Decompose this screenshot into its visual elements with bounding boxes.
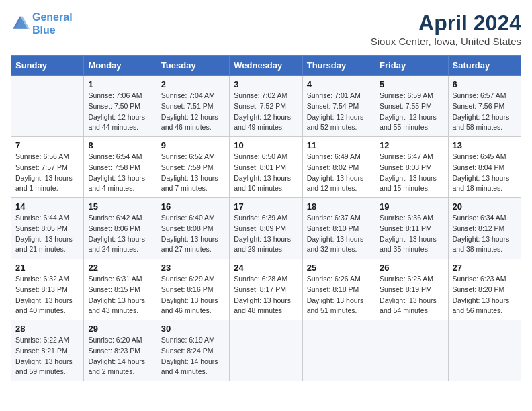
day-info: Sunrise: 7:02 AMSunset: 7:52 PMDaylight:…: [234, 91, 298, 133]
day-number: 3: [234, 79, 298, 89]
day-info: Sunrise: 6:19 AMSunset: 8:24 PMDaylight:…: [161, 335, 225, 377]
day-number: 6: [453, 79, 517, 89]
day-info: Sunrise: 6:34 AMSunset: 8:12 PMDaylight:…: [453, 213, 517, 255]
day-cell: 24Sunrise: 6:28 AMSunset: 8:17 PMDayligh…: [230, 259, 302, 320]
day-cell: 30Sunrise: 6:19 AMSunset: 8:24 PMDayligh…: [157, 320, 229, 381]
day-cell: 25Sunrise: 6:26 AMSunset: 8:18 PMDayligh…: [302, 259, 375, 320]
day-number: 9: [161, 140, 225, 150]
week-row-5: 28Sunrise: 6:22 AMSunset: 8:21 PMDayligh…: [11, 320, 521, 381]
col-sunday: Sunday: [11, 56, 84, 76]
day-info: Sunrise: 6:31 AMSunset: 8:15 PMDaylight:…: [88, 274, 152, 316]
day-cell: 14Sunrise: 6:44 AMSunset: 8:05 PMDayligh…: [11, 198, 84, 259]
day-number: 7: [15, 140, 79, 150]
day-cell: 28Sunrise: 6:22 AMSunset: 8:21 PMDayligh…: [11, 320, 84, 381]
day-number: 28: [15, 324, 79, 334]
day-cell: 10Sunrise: 6:50 AMSunset: 8:01 PMDayligh…: [230, 137, 302, 198]
day-cell: 7Sunrise: 6:56 AMSunset: 7:57 PMDaylight…: [11, 137, 84, 198]
day-number: 19: [380, 201, 443, 212]
week-row-3: 14Sunrise: 6:44 AMSunset: 8:05 PMDayligh…: [11, 198, 521, 259]
day-info: Sunrise: 7:01 AMSunset: 7:54 PMDaylight:…: [307, 91, 371, 133]
page-header: General Blue April 2024 Sioux Center, Io…: [11, 11, 521, 47]
col-saturday: Saturday: [448, 56, 521, 76]
day-number: 11: [307, 140, 371, 150]
day-info: Sunrise: 6:29 AMSunset: 8:16 PMDaylight:…: [161, 274, 225, 316]
day-cell: 8Sunrise: 6:54 AMSunset: 7:58 PMDaylight…: [84, 137, 157, 198]
day-cell: [11, 76, 84, 137]
day-info: Sunrise: 6:36 AMSunset: 8:11 PMDaylight:…: [380, 213, 443, 255]
day-info: Sunrise: 6:52 AMSunset: 7:59 PMDaylight:…: [161, 152, 225, 194]
week-row-1: 1Sunrise: 7:06 AMSunset: 7:50 PMDaylight…: [11, 76, 521, 137]
day-cell: 18Sunrise: 6:37 AMSunset: 8:10 PMDayligh…: [302, 198, 375, 259]
day-number: 16: [161, 201, 225, 212]
day-number: 23: [161, 263, 225, 273]
calendar-header-row: Sunday Monday Tuesday Wednesday Thursday…: [11, 56, 521, 76]
day-cell: 9Sunrise: 6:52 AMSunset: 7:59 PMDaylight…: [157, 137, 229, 198]
day-cell: 5Sunrise: 6:59 AMSunset: 7:55 PMDaylight…: [375, 76, 448, 137]
day-info: Sunrise: 6:20 AMSunset: 8:23 PMDaylight:…: [88, 335, 152, 377]
day-number: 4: [307, 79, 371, 89]
col-monday: Monday: [84, 56, 157, 76]
day-number: 15: [88, 201, 152, 212]
day-number: 14: [15, 201, 79, 212]
day-info: Sunrise: 6:22 AMSunset: 8:21 PMDaylight:…: [15, 335, 79, 377]
day-info: Sunrise: 6:44 AMSunset: 8:05 PMDaylight:…: [15, 213, 79, 255]
logo-line2: Blue: [32, 24, 56, 36]
logo: General Blue: [11, 11, 73, 36]
calendar-title: April 2024: [371, 11, 521, 36]
day-cell: 11Sunrise: 6:49 AMSunset: 8:02 PMDayligh…: [302, 137, 375, 198]
day-info: Sunrise: 6:40 AMSunset: 8:08 PMDaylight:…: [161, 213, 225, 255]
day-number: 12: [380, 140, 443, 150]
day-info: Sunrise: 6:54 AMSunset: 7:58 PMDaylight:…: [88, 152, 152, 194]
day-number: 17: [234, 201, 298, 212]
day-info: Sunrise: 6:25 AMSunset: 8:19 PMDaylight:…: [380, 274, 443, 316]
day-info: Sunrise: 6:45 AMSunset: 8:04 PMDaylight:…: [453, 152, 517, 194]
logo-text: General Blue: [32, 11, 73, 36]
day-cell: 29Sunrise: 6:20 AMSunset: 8:23 PMDayligh…: [84, 320, 157, 381]
day-number: 2: [161, 79, 225, 89]
day-cell: 2Sunrise: 7:04 AMSunset: 7:51 PMDaylight…: [157, 76, 229, 137]
day-cell: 19Sunrise: 6:36 AMSunset: 8:11 PMDayligh…: [375, 198, 448, 259]
day-info: Sunrise: 6:56 AMSunset: 7:57 PMDaylight:…: [15, 152, 79, 194]
day-cell: 26Sunrise: 6:25 AMSunset: 8:19 PMDayligh…: [375, 259, 448, 320]
day-number: 8: [88, 140, 152, 150]
day-cell: 17Sunrise: 6:39 AMSunset: 8:09 PMDayligh…: [230, 198, 302, 259]
day-number: 26: [380, 263, 443, 273]
calendar-subtitle: Sioux Center, Iowa, United States: [371, 36, 521, 47]
day-cell: 13Sunrise: 6:45 AMSunset: 8:04 PMDayligh…: [448, 137, 521, 198]
day-info: Sunrise: 6:57 AMSunset: 7:56 PMDaylight:…: [453, 91, 517, 133]
week-row-2: 7Sunrise: 6:56 AMSunset: 7:57 PMDaylight…: [11, 137, 521, 198]
day-info: Sunrise: 7:06 AMSunset: 7:50 PMDaylight:…: [88, 91, 152, 133]
day-cell: 4Sunrise: 7:01 AMSunset: 7:54 PMDaylight…: [302, 76, 375, 137]
day-cell: [448, 320, 521, 381]
col-wednesday: Wednesday: [230, 56, 302, 76]
day-info: Sunrise: 6:42 AMSunset: 8:06 PMDaylight:…: [88, 213, 152, 255]
day-cell: 16Sunrise: 6:40 AMSunset: 8:08 PMDayligh…: [157, 198, 229, 259]
day-info: Sunrise: 6:49 AMSunset: 8:02 PMDaylight:…: [307, 152, 371, 194]
day-info: Sunrise: 6:37 AMSunset: 8:10 PMDaylight:…: [307, 213, 371, 255]
day-cell: 20Sunrise: 6:34 AMSunset: 8:12 PMDayligh…: [448, 198, 521, 259]
day-number: 29: [88, 324, 152, 334]
day-info: Sunrise: 6:32 AMSunset: 8:13 PMDaylight:…: [15, 274, 79, 316]
day-number: 21: [15, 263, 79, 273]
day-number: 20: [453, 201, 517, 212]
day-cell: 3Sunrise: 7:02 AMSunset: 7:52 PMDaylight…: [230, 76, 302, 137]
day-info: Sunrise: 6:28 AMSunset: 8:17 PMDaylight:…: [234, 274, 298, 316]
day-number: 18: [307, 201, 371, 212]
day-cell: 21Sunrise: 6:32 AMSunset: 8:13 PMDayligh…: [11, 259, 84, 320]
week-row-4: 21Sunrise: 6:32 AMSunset: 8:13 PMDayligh…: [11, 259, 521, 320]
day-info: Sunrise: 6:47 AMSunset: 8:03 PMDaylight:…: [380, 152, 443, 194]
day-cell: 22Sunrise: 6:31 AMSunset: 8:15 PMDayligh…: [84, 259, 157, 320]
logo-icon: [11, 14, 30, 33]
logo-line1: General: [32, 11, 73, 23]
day-number: 1: [88, 79, 152, 89]
day-cell: 15Sunrise: 6:42 AMSunset: 8:06 PMDayligh…: [84, 198, 157, 259]
day-cell: [230, 320, 302, 381]
day-number: 5: [380, 79, 443, 89]
day-cell: 6Sunrise: 6:57 AMSunset: 7:56 PMDaylight…: [448, 76, 521, 137]
calendar-table: Sunday Monday Tuesday Wednesday Thursday…: [11, 55, 521, 381]
day-info: Sunrise: 7:04 AMSunset: 7:51 PMDaylight:…: [161, 91, 225, 133]
day-number: 13: [453, 140, 517, 150]
day-cell: 23Sunrise: 6:29 AMSunset: 8:16 PMDayligh…: [157, 259, 229, 320]
day-number: 25: [307, 263, 371, 273]
day-number: 24: [234, 263, 298, 273]
